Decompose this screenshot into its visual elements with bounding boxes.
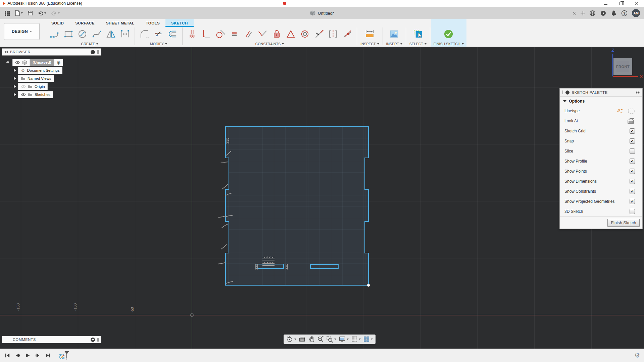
modify-dropdown[interactable]: MODIFY: [138, 41, 179, 47]
midpoint-constraint-button[interactable]: [285, 27, 297, 41]
help-icon[interactable]: ?: [621, 10, 628, 16]
minimize-button[interactable]: [598, 0, 613, 7]
sketch-palette-header[interactable]: SKETCH PALETTE: [560, 88, 642, 97]
expand-collapse-icon[interactable]: [6, 60, 10, 64]
timeline-sketch-marker[interactable]: [59, 352, 70, 359]
look-at-icon[interactable]: [627, 118, 635, 124]
dock-panel-icon[interactable]: [636, 91, 640, 94]
viewcube-front-label[interactable]: FRONT: [616, 65, 630, 69]
app-menu-button[interactable]: [3, 10, 11, 17]
new-tab-icon[interactable]: [581, 11, 585, 15]
sketch-endpoint[interactable]: [367, 284, 370, 287]
fix-constraint-button[interactable]: [270, 27, 283, 41]
snap-checkbox[interactable]: ✓: [630, 138, 635, 144]
user-avatar[interactable]: AM: [632, 9, 640, 17]
tangent-constraint-button[interactable]: [214, 27, 227, 41]
finish-sketch-dropdown[interactable]: FINISH SKETCH: [434, 41, 464, 47]
symmetry-constraint-button[interactable]: [327, 27, 339, 41]
slice-checkbox[interactable]: ✓: [630, 148, 635, 154]
timeline-skip-end-button[interactable]: [44, 352, 51, 359]
construction-linetype-icon[interactable]: [616, 108, 624, 114]
create-dropdown[interactable]: CREATE: [48, 41, 131, 47]
tab-surface[interactable]: SURFACE: [69, 19, 100, 27]
panel-grip-icon[interactable]: [97, 338, 99, 342]
expand-icon[interactable]: [14, 77, 16, 80]
orbit-button[interactable]: [286, 336, 296, 343]
visibility-eye-icon[interactable]: [15, 61, 20, 64]
tab-solid[interactable]: SOLID: [46, 19, 69, 27]
tab-sheet-metal[interactable]: SHEET METAL: [100, 19, 140, 27]
show-profile-checkbox[interactable]: ✓: [630, 159, 635, 164]
expand-icon[interactable]: [14, 69, 16, 72]
browser-item-document-settings[interactable]: ⚙ Document Settings: [2, 66, 101, 74]
browser-item-origin[interactable]: Origin: [2, 82, 101, 90]
notification-bell-icon[interactable]: [611, 10, 617, 16]
spline-tool-button[interactable]: [91, 27, 103, 41]
perpendicular-constraint-button[interactable]: [256, 27, 269, 41]
horizontal-vertical-constraint-button[interactable]: [186, 27, 198, 41]
coincident-constraint-button[interactable]: [200, 27, 212, 41]
finish-sketch-palette-button[interactable]: Finish Sketch: [607, 219, 640, 227]
inspect-dropdown[interactable]: INSPECT: [360, 41, 379, 47]
browser-header[interactable]: BROWSER: [2, 48, 101, 56]
concentric-constraint-button[interactable]: [299, 27, 311, 41]
insert-dropdown[interactable]: INSERT: [386, 41, 402, 47]
expand-icon[interactable]: [14, 85, 16, 88]
close-button[interactable]: [629, 0, 644, 7]
fillet-tool-button[interactable]: [138, 27, 151, 41]
viewcube[interactable]: FRONT: [613, 58, 632, 75]
tab-tools[interactable]: TOOLS: [140, 19, 165, 27]
insert-image-button[interactable]: [388, 27, 400, 41]
browser-root-row[interactable]: (Unsaved) ◉: [2, 58, 101, 66]
show-projected-geometries-checkbox[interactable]: ✓: [630, 199, 635, 204]
line-tool-button[interactable]: [48, 27, 61, 41]
select-tool-button[interactable]: [412, 27, 424, 41]
display-settings-button[interactable]: [339, 336, 349, 343]
show-points-checkbox[interactable]: ✓: [630, 169, 635, 174]
undo-button[interactable]: [36, 9, 48, 17]
sketch-grid-checkbox[interactable]: ✓: [630, 128, 635, 134]
browser-item-sketches[interactable]: Sketches: [2, 90, 101, 99]
sketch-dimension-button[interactable]: [119, 27, 131, 41]
timeline-settings-gear-icon[interactable]: ⚙: [634, 352, 644, 359]
panel-grip-icon[interactable]: [97, 50, 99, 54]
parallel-constraint-button[interactable]: [242, 27, 255, 41]
restore-button[interactable]: [613, 0, 629, 7]
options-section-header[interactable]: Options: [560, 97, 642, 106]
timeline-step-forward-button[interactable]: [34, 352, 41, 359]
timeline-play-button[interactable]: [24, 352, 31, 359]
centerline-linetype-icon[interactable]: [628, 108, 635, 114]
3d-sketch-checkbox[interactable]: ✓: [630, 209, 635, 214]
trim-tool-button[interactable]: ✂: [152, 27, 165, 41]
rectangle-tool-button[interactable]: [62, 27, 75, 41]
constraints-dropdown[interactable]: CONSTRAINTS: [186, 41, 353, 47]
web-icon[interactable]: [589, 10, 596, 16]
finish-sketch-button[interactable]: [442, 27, 455, 41]
timeline-skip-start-button[interactable]: [4, 352, 11, 359]
measure-tool-button[interactable]: [363, 27, 376, 41]
root-document-label[interactable]: (Unsaved): [30, 59, 54, 66]
document-tab[interactable]: Untitled*: [305, 7, 339, 19]
collapse-panel-icon[interactable]: [91, 50, 95, 54]
curvature-constraint-button[interactable]: [341, 27, 353, 41]
mirror-tool-button[interactable]: [105, 27, 117, 41]
add-comment-icon[interactable]: [91, 338, 95, 342]
equal-constraint-button[interactable]: [228, 27, 241, 41]
timeline-step-back-button[interactable]: [14, 352, 21, 359]
close-tab-icon[interactable]: [573, 11, 576, 15]
grid-settings-button[interactable]: [351, 336, 361, 343]
visibility-eye-off-icon[interactable]: [21, 85, 26, 88]
workspace-selector[interactable]: DESIGN: [4, 23, 40, 40]
pan-button[interactable]: [308, 336, 315, 343]
show-constraints-checkbox[interactable]: ✓: [630, 189, 635, 194]
comments-header[interactable]: COMMENTS: [2, 336, 101, 343]
select-dropdown[interactable]: SELECT: [409, 41, 427, 47]
model-canvas[interactable]: -150 -100 -50 BROWSER (Unsaved) ◉: [0, 47, 644, 349]
zoom-button[interactable]: [317, 336, 324, 343]
show-dimensions-checkbox[interactable]: ✓: [630, 179, 635, 184]
panel-grip-icon[interactable]: [562, 90, 563, 94]
save-button[interactable]: [26, 9, 34, 17]
tab-sketch[interactable]: SKETCH: [165, 19, 194, 27]
browser-item-named-views[interactable]: Named Views: [2, 74, 101, 82]
activate-component-radio[interactable]: ◉: [54, 59, 63, 66]
